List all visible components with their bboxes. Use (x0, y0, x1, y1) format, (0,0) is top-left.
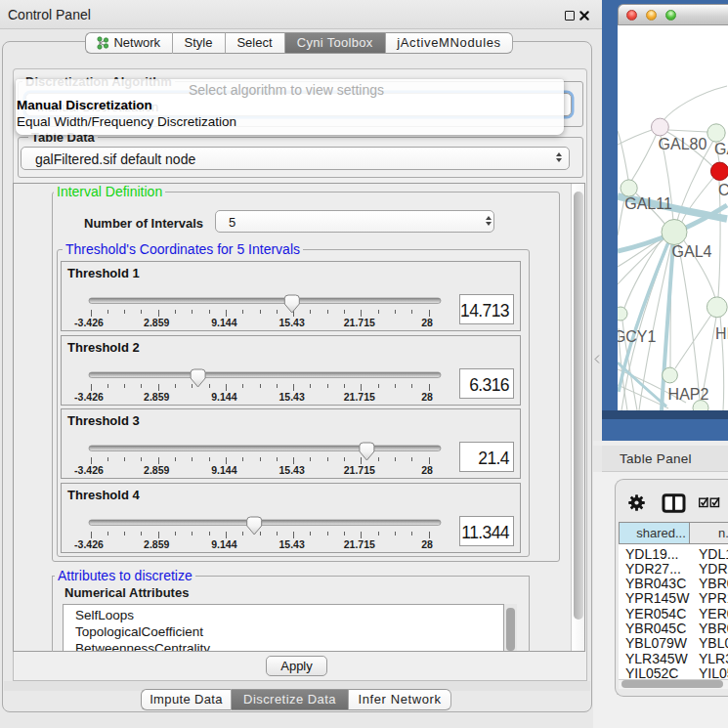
svg-text:9.144: 9.144 (211, 317, 236, 328)
svg-text:15.43: 15.43 (278, 390, 304, 402)
svg-text:15.43: 15.43 (278, 464, 304, 476)
svg-text:9.144: 9.144 (211, 537, 236, 549)
svg-text:15.43: 15.43 (278, 537, 304, 549)
svg-text:2.859: 2.859 (144, 390, 169, 402)
svg-text:21.715: 21.715 (344, 317, 375, 328)
svg-text:28: 28 (421, 537, 433, 549)
svg-text:2.859: 2.859 (144, 464, 169, 476)
svg-text:2.859: 2.859 (144, 317, 169, 328)
svg-text:9.144: 9.144 (211, 390, 236, 402)
svg-text:-3.426: -3.426 (74, 464, 104, 476)
svg-text:CA: CA (718, 182, 728, 198)
svg-text:-3.426: -3.426 (74, 317, 104, 328)
svg-text:21.715: 21.715 (344, 464, 375, 476)
svg-text:GAL4: GAL4 (672, 243, 712, 260)
svg-text:21.715: 21.715 (344, 537, 375, 549)
svg-text:15.43: 15.43 (278, 317, 304, 328)
svg-text:9.144: 9.144 (211, 464, 236, 476)
svg-text:2.859: 2.859 (144, 537, 169, 549)
svg-text:GA: GA (714, 141, 728, 157)
svg-text:21.715: 21.715 (344, 390, 375, 402)
svg-text:28: 28 (421, 390, 433, 402)
svg-text:HAP2: HAP2 (668, 386, 709, 403)
svg-text:28: 28 (421, 464, 433, 476)
svg-text:GAL80: GAL80 (659, 136, 707, 152)
svg-text:28: 28 (421, 317, 433, 328)
svg-text:GCY1: GCY1 (618, 328, 656, 345)
svg-text:-3.426: -3.426 (74, 390, 104, 402)
svg-text:-3.426: -3.426 (74, 537, 104, 549)
svg-text:HI: HI (715, 325, 728, 342)
svg-text:GAL11: GAL11 (624, 195, 672, 212)
